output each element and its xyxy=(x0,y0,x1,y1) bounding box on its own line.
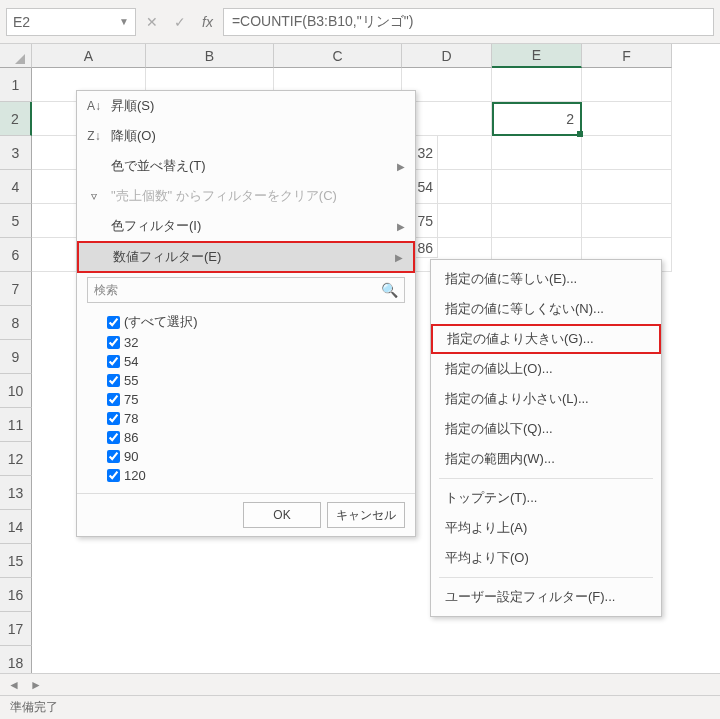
checkbox[interactable] xyxy=(107,374,120,387)
col-header-f[interactable]: F xyxy=(582,44,672,68)
row-header[interactable]: 1 xyxy=(0,68,32,102)
list-item[interactable]: 86 xyxy=(107,428,405,447)
number-filter[interactable]: 数値フィルター(E)▶ xyxy=(77,241,415,273)
cell-value[interactable]: 86 xyxy=(416,238,438,258)
selected-cell[interactable]: 2 xyxy=(492,102,582,136)
row-header[interactable]: 14 xyxy=(0,510,32,544)
sort-by-color[interactable]: 色で並べ替え(T)▶ xyxy=(77,151,415,181)
list-item[interactable]: 55 xyxy=(107,371,405,390)
filter-lte[interactable]: 指定の値以下(Q)... xyxy=(431,414,661,444)
fx-icon[interactable]: fx xyxy=(202,14,213,30)
filter-below-avg[interactable]: 平均より下(O) xyxy=(431,543,661,573)
col-header-c[interactable]: C xyxy=(274,44,402,68)
filter-less-than[interactable]: 指定の値より小さい(L)... xyxy=(431,384,661,414)
sort-descending[interactable]: Z↓降順(O) xyxy=(77,121,415,151)
row-header[interactable]: 9 xyxy=(0,340,32,374)
filter-above-avg[interactable]: 平均より上(A) xyxy=(431,513,661,543)
row-header[interactable]: 2 xyxy=(0,102,32,136)
col-header-e[interactable]: E xyxy=(492,44,582,68)
row-header[interactable]: 12 xyxy=(0,442,32,476)
ok-button[interactable]: OK xyxy=(243,502,321,528)
sort-ascending[interactable]: A↓昇順(S) xyxy=(77,91,415,121)
checkbox[interactable] xyxy=(107,469,120,482)
row-header[interactable]: 13 xyxy=(0,476,32,510)
status-bar: 準備完了 xyxy=(0,695,720,719)
row-headers: 1 2 3 4 5 6 7 8 9 10 11 12 13 14 15 16 1… xyxy=(0,68,32,696)
list-item-select-all[interactable]: (すべて選択) xyxy=(107,311,405,333)
col-header-a[interactable]: A xyxy=(32,44,146,68)
clear-filter: ▿"売上個数" からフィルターをクリア(C) xyxy=(77,181,415,211)
checkbox[interactable] xyxy=(107,450,120,463)
row-header[interactable]: 7 xyxy=(0,272,32,306)
formula-bar: E2 ▼ ✕ ✓ fx =COUNTIF(B3:B10,"リンゴ") xyxy=(0,0,720,44)
select-all-corner[interactable] xyxy=(0,44,32,68)
cancel-button[interactable]: キャンセル xyxy=(327,502,405,528)
row-header[interactable]: 11 xyxy=(0,408,32,442)
column-headers: A B C D E F xyxy=(32,44,672,68)
row-header[interactable]: 5 xyxy=(0,204,32,238)
cell-value[interactable]: 54 xyxy=(416,170,438,204)
filter-context-menu: A↓昇順(S) Z↓降順(O) 色で並べ替え(T)▶ ▿"売上個数" からフィル… xyxy=(76,90,416,537)
col-header-b[interactable]: B xyxy=(146,44,274,68)
cell-reference: E2 xyxy=(13,14,30,30)
list-item[interactable]: 32 xyxy=(107,333,405,352)
row-header[interactable]: 6 xyxy=(0,238,32,272)
filter-between[interactable]: 指定の範囲内(W)... xyxy=(431,444,661,474)
chevron-right-icon: ▶ xyxy=(397,221,405,232)
row-header[interactable]: 4 xyxy=(0,170,32,204)
formula-input[interactable]: =COUNTIF(B3:B10,"リンゴ") xyxy=(223,8,714,36)
search-placeholder: 検索 xyxy=(94,282,118,299)
row-header[interactable]: 10 xyxy=(0,374,32,408)
filter-equals[interactable]: 指定の値に等しい(E)... xyxy=(431,264,661,294)
list-item[interactable]: 120 xyxy=(107,466,405,485)
row-header[interactable]: 8 xyxy=(0,306,32,340)
filter-gte[interactable]: 指定の値以上(O)... xyxy=(431,354,661,384)
sort-desc-icon: Z↓ xyxy=(85,129,103,143)
search-input[interactable]: 検索 🔍 xyxy=(87,277,405,303)
sheet-nav-right[interactable]: ► xyxy=(30,678,42,692)
checkbox[interactable] xyxy=(107,431,120,444)
formula-actions: ✕ ✓ fx xyxy=(146,14,213,30)
number-filter-submenu: 指定の値に等しい(E)... 指定の値に等しくない(N)... 指定の値より大き… xyxy=(430,259,662,617)
chevron-right-icon: ▶ xyxy=(397,161,405,172)
cell-value[interactable]: 32 xyxy=(416,136,438,170)
filter-top10[interactable]: トップテン(T)... xyxy=(431,483,661,513)
filter-custom[interactable]: ユーザー設定フィルター(F)... xyxy=(431,582,661,612)
menu-separator xyxy=(439,478,653,479)
search-row: 検索 🔍 xyxy=(77,273,415,307)
checkbox[interactable] xyxy=(107,336,120,349)
name-box[interactable]: E2 ▼ xyxy=(6,8,136,36)
chevron-down-icon[interactable]: ▼ xyxy=(119,16,129,27)
filter-clear-icon: ▿ xyxy=(85,189,103,203)
status-ready: 準備完了 xyxy=(10,699,58,716)
filter-not-equals[interactable]: 指定の値に等しくない(N)... xyxy=(431,294,661,324)
checkbox[interactable] xyxy=(107,355,120,368)
row-header[interactable]: 3 xyxy=(0,136,32,170)
dialog-buttons: OK キャンセル xyxy=(77,493,415,536)
list-item[interactable]: 54 xyxy=(107,352,405,371)
row-header[interactable]: 16 xyxy=(0,578,32,612)
sheet-tab-bar: ◄ ► xyxy=(0,673,720,695)
formula-text: =COUNTIF(B3:B10,"リンゴ") xyxy=(232,13,413,31)
cell-value[interactable]: 75 xyxy=(416,204,438,238)
filter-greater-than[interactable]: 指定の値より大きい(G)... xyxy=(431,324,661,354)
list-item[interactable]: 78 xyxy=(107,409,405,428)
col-header-d[interactable]: D xyxy=(402,44,492,68)
menu-separator xyxy=(439,577,653,578)
sort-asc-icon: A↓ xyxy=(85,99,103,113)
enter-icon[interactable]: ✓ xyxy=(174,14,186,30)
checkbox[interactable] xyxy=(107,316,120,329)
list-item[interactable]: 90 xyxy=(107,447,405,466)
checkbox[interactable] xyxy=(107,412,120,425)
row-header[interactable]: 17 xyxy=(0,612,32,646)
row-header[interactable]: 15 xyxy=(0,544,32,578)
list-item[interactable]: 75 xyxy=(107,390,405,409)
search-icon: 🔍 xyxy=(381,282,398,298)
filter-value-list: (すべて選択) 32 54 55 75 78 86 90 120 xyxy=(77,307,415,493)
cancel-icon[interactable]: ✕ xyxy=(146,14,158,30)
checkbox[interactable] xyxy=(107,393,120,406)
color-filter[interactable]: 色フィルター(I)▶ xyxy=(77,211,415,241)
chevron-right-icon: ▶ xyxy=(395,252,403,263)
sheet-nav-left[interactable]: ◄ xyxy=(8,678,20,692)
